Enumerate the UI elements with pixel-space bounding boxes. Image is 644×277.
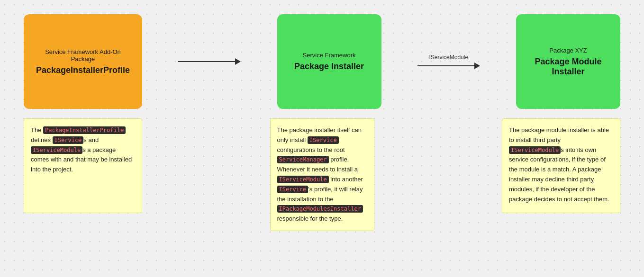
arrow-left: [142, 58, 277, 65]
mid-box-subtitle: Service Framework: [303, 52, 356, 59]
mid-desc-text2: configurations to the root: [277, 146, 345, 153]
mid-tag1: IService: [308, 136, 339, 144]
arrow-left-inner: [178, 58, 241, 65]
arrow-shaft-left: [178, 61, 235, 62]
arrow-right: IServiceModule: [381, 54, 517, 69]
left-tag2: IService: [53, 136, 84, 144]
arrow-head-left: [235, 58, 241, 65]
left-box: Service Framework Add-On Package Package…: [24, 14, 142, 109]
left-desc-text3: s and: [83, 136, 99, 143]
right-box-subtitle: Package XYZ: [549, 47, 587, 54]
mid-desc-text6: responsible for the type.: [277, 215, 343, 222]
arrow-right-label: IServiceModule: [429, 54, 468, 61]
arrow-shaft-right: [417, 65, 474, 66]
right-desc-box: The package module installer is able to …: [502, 118, 620, 213]
arrow-head-right: [474, 63, 480, 69]
left-tag1: PackageInstallerProfile: [43, 126, 126, 134]
top-row: Service Framework Add-On Package Package…: [9, 9, 635, 114]
mid-tag4: IService: [277, 186, 308, 193]
right-box: Package XYZ Package Module Installer: [516, 14, 620, 109]
mid-box: Service Framework Package Installer: [277, 14, 381, 109]
left-tag3: IServiceModule: [31, 146, 82, 154]
right-tag1: IServiceModule: [509, 146, 561, 154]
mid-box-title: Package Installer: [294, 62, 364, 71]
left-desc-text2: defines: [31, 136, 53, 143]
mid-desc-box: The package installer itself can only in…: [270, 118, 374, 231]
arrow-right-line: [417, 63, 480, 69]
left-desc-box: The PackageInstallerProfile defines ISer…: [24, 118, 142, 213]
arrow-right-inner: IServiceModule: [417, 54, 480, 69]
left-desc-text1: The: [31, 126, 43, 134]
arrow-left-line: [178, 58, 241, 65]
left-box-title: PackageInstallerProfile: [36, 65, 130, 75]
mid-desc-text4: into another: [329, 176, 363, 183]
right-desc-text1: The package module installer is able to …: [509, 126, 609, 143]
left-box-subtitle: Service Framework Add-On Package: [33, 48, 133, 63]
mid-tag5: IPackageModulesInstaller: [277, 205, 363, 213]
mid-tag2: ServiceManager: [277, 156, 329, 163]
right-desc-text2: s into its own service configurations, i…: [509, 146, 609, 203]
mid-tag3: IServiceModule: [277, 176, 329, 183]
right-box-title: Package Module Installer: [526, 57, 611, 77]
bottom-row: The PackageInstallerProfile defines ISer…: [9, 118, 635, 231]
main-container: Service Framework Add-On Package Package…: [0, 0, 644, 236]
